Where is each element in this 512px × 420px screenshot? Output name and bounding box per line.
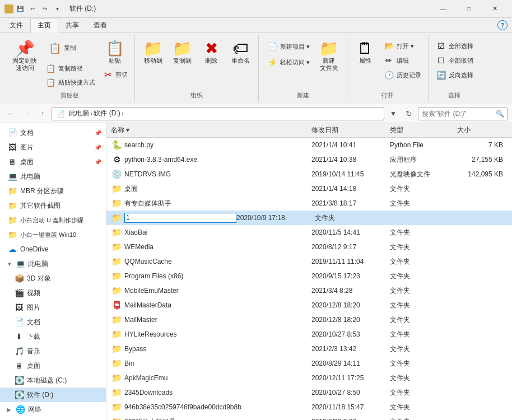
sidebar-item-docs[interactable]: 📄 文档 📌 <box>0 125 106 140</box>
sidebar-item-pics2[interactable]: 🖼 图片 <box>0 300 106 315</box>
file-type-apkmagic: 文件夹 <box>390 374 457 383</box>
sidebar-item-xiaobai-reinstall[interactable]: 📁 小白一键重装 Win10 <box>0 227 106 242</box>
file-row[interactable]: 📁 QQMusicCache 2019/11/11 11:04 文件夹 <box>106 254 512 269</box>
address-path-box[interactable]: 📄 此电脑 › 软件 (D:) › <box>52 107 384 120</box>
rename-btn[interactable]: 🏷 重命名 <box>227 37 254 67</box>
ribbon-group-organize: 📁 移动到 📁 复制到 ✖ 删除 🏷 重命名 组织 <box>135 35 259 102</box>
new-item-btn[interactable]: 📄 新建项目 ▾ <box>263 39 313 54</box>
new-item-icon: 📄 <box>267 41 278 52</box>
sidebar-item-other-screenshot[interactable]: 📁 其它软件截图 <box>0 198 106 213</box>
file-row[interactable]: 📁 360驱动大师目录 2019/8/28 9:06 文件夹 <box>106 414 512 420</box>
col-header-size[interactable]: 大小 <box>457 125 508 135</box>
sidebar-item-music[interactable]: 🎵 音乐 <box>0 344 106 358</box>
file-row[interactable]: 📁 946b38e35c0259746f9bade00dcd9b8b 2020/… <box>106 400 512 414</box>
invert-select-btn[interactable]: 🔄 反向选择 <box>433 68 476 82</box>
up-button[interactable]: ↑ <box>36 107 49 120</box>
search-input[interactable] <box>418 107 508 120</box>
sidebar-item-mbr[interactable]: 📁 MBR 分区步骤 <box>0 184 106 198</box>
sidebar-item-network[interactable]: ▶ 🌐 网络 <box>0 402 106 417</box>
path-this-pc[interactable]: 此电脑 <box>69 109 89 118</box>
sidebar-item-pics[interactable]: 🖼 图片 📌 <box>0 140 106 155</box>
refresh-button[interactable]: ↻ <box>402 107 416 120</box>
maximize-button[interactable]: □ <box>456 0 482 18</box>
sidebar-item-desktop[interactable]: 🖥 桌面 📌 <box>0 155 106 169</box>
sidebar-item-software-d[interactable]: 💽 软件 (D:) <box>0 388 106 402</box>
sidebar-item-desktop2[interactable]: 🖥 桌面 <box>0 358 106 373</box>
file-row[interactable]: 📁 2345Downloads 2020/10/27 8:50 文件夹 <box>106 385 512 400</box>
minimize-button[interactable]: ― <box>430 0 456 18</box>
quick-undo-btn[interactable]: ↩ <box>27 3 38 15</box>
file-row[interactable]: 📁 HYLiteResources 2020/10/27 8:53 文件夹 <box>106 327 512 342</box>
forward-button[interactable]: → <box>20 107 34 120</box>
select-all-btn[interactable]: ☑ 全部选择 <box>433 39 476 53</box>
sidebar-item-this-pc2[interactable]: ▼ 💻 此电脑 <box>0 256 106 271</box>
file-row[interactable]: 📁 XiaoBai 2020/11/5 14:41 文件夹 <box>106 225 512 240</box>
tab-home[interactable]: 主页 <box>30 18 58 32</box>
col-header-name[interactable]: 名称 ▾ <box>111 125 311 135</box>
paste-shortcut-label: 粘贴快捷方式 <box>58 78 95 87</box>
file-row[interactable]: 📁 Program Files (x86) 2020/9/15 17:23 文件… <box>106 269 512 283</box>
file-row[interactable]: 📁 MailMaster 2020/12/8 18:20 文件夹 <box>106 312 512 327</box>
file-name-apkmagic: ApkMagicEmu <box>124 374 311 382</box>
path-software-d[interactable]: 软件 (D:) <box>94 109 120 118</box>
file-rename-input[interactable] <box>124 213 236 223</box>
easy-access-btn[interactable]: ⚡ 轻松访问 ▾ <box>263 55 313 69</box>
file-row[interactable]: 📁 ApkMagicEmu 2020/12/11 17:25 文件夹 <box>106 371 512 385</box>
file-row[interactable]: 📁 有专自媒体助手 2021/3/8 18:17 文件夹 <box>106 196 512 211</box>
col-header-date[interactable]: 修改日期 <box>311 125 390 135</box>
file-row[interactable]: 📮 MailMasterData 2020/12/8 18:20 文件夹 <box>106 298 512 312</box>
properties-btn[interactable]: 🗒 属性 <box>352 37 379 67</box>
file-row[interactable]: 💿 NETDRVS.IMG 2019/10/14 11:45 光盘映像文件 14… <box>106 167 512 181</box>
paste-btn[interactable]: 📋 粘贴 <box>101 37 128 67</box>
history-btn[interactable]: 🕐 历史记录 <box>381 68 423 82</box>
pin-btn[interactable]: 📌 固定到快速访问 <box>9 37 40 74</box>
copy-btn[interactable]: 📋 复制 <box>43 37 97 59</box>
col-header-type[interactable]: 类型 <box>390 125 457 135</box>
file-date-qqmusic: 2019/11/11 11:04 <box>311 258 390 265</box>
edit-btn[interactable]: ✏ 编辑 <box>381 54 423 67</box>
select-none-btn[interactable]: ☐ 全部取消 <box>433 54 476 67</box>
ribbon-help-btn[interactable]: ? <box>497 20 508 30</box>
copy-to-btn[interactable]: 📁 复制到 <box>169 37 196 67</box>
sidebar-item-this-pc[interactable]: 💻 此电脑 <box>0 169 106 184</box>
quick-save-btn[interactable]: 💾 <box>15 3 26 15</box>
file-icon-programfiles: 📁 <box>111 270 122 282</box>
file-row[interactable]: 📁 Bin 2020/8/29 14:11 文件夹 <box>106 356 512 371</box>
paste-icon: 📋 <box>106 39 124 57</box>
move-to-btn[interactable]: 📁 移动到 <box>139 37 166 67</box>
delete-btn[interactable]: ✖ 删除 <box>198 37 225 67</box>
sidebar-item-videos[interactable]: 🎬 视频 <box>0 286 106 300</box>
paste-shortcut-btn[interactable]: 📋 粘贴快捷方式 <box>43 76 97 89</box>
sidebar-item-xiaobai-u[interactable]: 📁 小白启动 U 盘制作步骤 <box>0 213 106 227</box>
sidebar-item-local-c[interactable]: 💽 本地磁盘 (C:) <box>0 373 106 388</box>
tab-share[interactable]: 共享 <box>58 18 86 32</box>
file-row[interactable]: 🐍 search.py 2021/1/4 10:41 Python File 7… <box>106 138 512 152</box>
this-pc2-icon: 💻 <box>15 258 26 269</box>
this-pc2-arrow: ▼ <box>7 261 15 267</box>
tab-view[interactable]: 查看 <box>86 18 114 32</box>
copy-path-btn[interactable]: 📋 复制路径 <box>43 62 97 75</box>
file-row-renaming[interactable]: 📁 2020/10/9 17:18 文件夹 <box>106 211 512 225</box>
file-row[interactable]: 📁 Bypass 2021/2/3 13:42 文件夹 <box>106 342 512 356</box>
close-button[interactable]: ✕ <box>482 0 508 18</box>
file-row[interactable]: 📁 WEMedia 2020/8/12 9:17 文件夹 <box>106 240 512 254</box>
new-folder-btn[interactable]: 📁 新建文件夹 <box>315 37 342 74</box>
sidebar-item-3d[interactable]: 📦 3D 对象 <box>0 271 106 286</box>
copy-to-icon: 📁 <box>173 39 191 57</box>
cut-btn[interactable]: ✂ 剪切 <box>100 68 130 81</box>
file-type-search-py: Python File <box>390 141 457 149</box>
file-row[interactable]: 📁 MobileEmuMaster 2021/3/4 8:28 文件夹 <box>106 283 512 298</box>
tab-file[interactable]: 文件 <box>2 18 30 32</box>
back-button[interactable]: ← <box>4 107 18 120</box>
file-row[interactable]: ⚙ python-3.8.3-amd64.exe 2021/1/4 10:38 … <box>106 152 512 167</box>
cut-icon: ✂ <box>102 69 113 80</box>
quick-menu-btn[interactable]: ▾ <box>52 3 63 15</box>
open-btn[interactable]: 📂 打开 ▾ <box>381 39 423 53</box>
dropdown-button[interactable]: ▼ <box>387 107 400 120</box>
file-row[interactable]: 📁 桌面 2021/1/4 14:18 文件夹 <box>106 181 512 196</box>
quick-redo-btn[interactable]: ↪ <box>39 3 50 15</box>
quick-access-bar: 💾 ↩ ↪ ▾ <box>4 3 63 15</box>
sidebar-item-docs2[interactable]: 📄 文档 <box>0 315 106 329</box>
sidebar-item-downloads[interactable]: ⬇ 下载 <box>0 329 106 344</box>
sidebar-item-onedrive[interactable]: ☁ OneDrive <box>0 242 106 256</box>
